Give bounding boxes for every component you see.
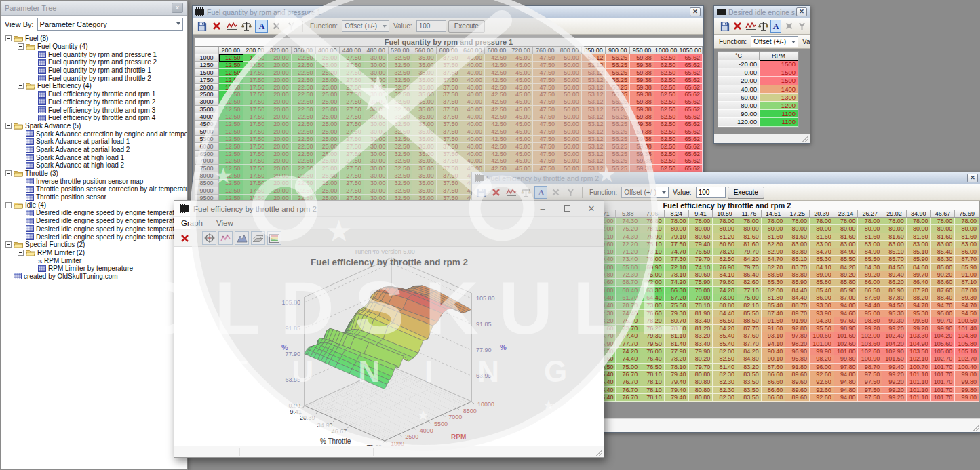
table-cell[interactable]: 27.50 xyxy=(340,180,364,187)
rpm-cell[interactable]: 1500 xyxy=(760,68,798,77)
table-cell[interactable]: 81.60 xyxy=(882,233,907,241)
table-cell[interactable]: 17.50 xyxy=(243,151,268,158)
table-cell[interactable]: 50.00 xyxy=(557,106,582,113)
table-cell[interactable]: 80.00 xyxy=(689,225,713,233)
table-cell[interactable]: 62.50 xyxy=(654,69,679,77)
table-cell[interactable]: 37.50 xyxy=(437,136,461,143)
table-cell[interactable]: 81.60 xyxy=(810,233,834,241)
tree-item[interactable]: Fuel efficiency by throttle and rpm 1 xyxy=(2,90,187,98)
table-cell[interactable]: 100.70 xyxy=(907,364,931,371)
table-cell[interactable]: 22.50 xyxy=(292,69,316,77)
table-cell[interactable]: 83.00 xyxy=(858,241,882,248)
table-cell[interactable]: 35.00 xyxy=(412,77,437,84)
table-cell[interactable]: 79.40 xyxy=(665,371,689,378)
table-cell[interactable]: 83.40 xyxy=(689,317,713,325)
table-cell[interactable]: 101.70 xyxy=(931,394,956,402)
table-cell[interactable]: 17.50 xyxy=(243,77,268,84)
table-cell[interactable]: 35.00 xyxy=(412,62,437,69)
execute-button[interactable]: Execute xyxy=(728,187,764,199)
table-cell[interactable]: 47.50 xyxy=(533,62,557,69)
table-cell[interactable]: 62.50 xyxy=(654,77,679,84)
table-cell[interactable]: 78.00 xyxy=(762,218,786,225)
table-cell[interactable]: 25.00 xyxy=(316,106,340,113)
table-cell[interactable]: 83.50 xyxy=(737,387,762,394)
col-header[interactable]: 560.00 xyxy=(412,47,437,54)
col-header[interactable]: 11.76 xyxy=(737,210,762,218)
table-cell[interactable]: 92.60 xyxy=(810,378,834,386)
table-cell[interactable]: 35.00 xyxy=(412,84,437,92)
table-cell[interactable]: 85.90 xyxy=(785,279,810,286)
table-cell[interactable]: 78.00 xyxy=(858,218,882,225)
table-cell[interactable]: 75.90 xyxy=(689,279,713,286)
table-cell[interactable]: 84.90 xyxy=(834,248,859,256)
table-cell[interactable]: 85.50 xyxy=(834,256,859,263)
table-cell[interactable]: 86.60 xyxy=(762,387,786,394)
table-cell[interactable]: 89.70 xyxy=(785,310,810,317)
table-cell[interactable]: 99.20 xyxy=(882,325,907,332)
table-cell[interactable]: 85.10 xyxy=(882,248,907,256)
table-cell[interactable]: 59.38 xyxy=(630,121,654,128)
col-header[interactable]: 10.59 xyxy=(713,210,737,218)
table-cell[interactable]: 81.40 xyxy=(713,364,737,371)
table-cell[interactable]: 27.50 xyxy=(340,84,364,92)
table-cell[interactable]: 76.00 xyxy=(640,348,665,355)
table-cell[interactable]: 22.50 xyxy=(292,54,316,62)
col-header[interactable]: 320.00 xyxy=(267,47,292,54)
table-cell[interactable]: 25.00 xyxy=(316,151,340,158)
table-cell[interactable]: 32.50 xyxy=(388,157,412,165)
tree-item[interactable]: Fuel quantity by rpm and pressure 2 xyxy=(2,58,187,66)
table-cell[interactable]: 30.00 xyxy=(364,172,389,180)
table-cell[interactable]: 12.50 xyxy=(219,113,243,121)
table-cell[interactable]: 87.20 xyxy=(907,287,931,294)
table-cell[interactable]: 83.20 xyxy=(737,364,762,371)
table-cell[interactable]: 79.90 xyxy=(689,348,713,355)
table-cell[interactable]: 87.40 xyxy=(762,310,786,317)
table-cell[interactable]: 85.40 xyxy=(713,332,737,340)
resize-grip[interactable] xyxy=(595,448,602,456)
table-cell[interactable]: 17.50 xyxy=(243,113,268,121)
table-cell[interactable]: 75.00 xyxy=(640,271,665,279)
table-cell[interactable]: 37.50 xyxy=(437,165,461,172)
table-cell[interactable]: 50.00 xyxy=(557,128,582,136)
table-cell[interactable]: 20.00 xyxy=(267,136,292,143)
table-cell[interactable]: 12.50 xyxy=(219,157,243,165)
table-cell[interactable]: 65.62 xyxy=(678,151,703,158)
table-cell[interactable]: 40.00 xyxy=(460,69,485,77)
table-cell[interactable]: 47.50 xyxy=(533,69,557,77)
table-cell[interactable]: 27.50 xyxy=(340,143,364,151)
table-cell[interactable]: 86.50 xyxy=(858,287,882,294)
table-cell[interactable]: 87.60 xyxy=(762,364,786,371)
table-cell[interactable]: 78.10 xyxy=(640,371,665,378)
table-cell[interactable]: 102.70 xyxy=(955,355,979,363)
table-cell[interactable]: 102.90 xyxy=(882,348,907,355)
table-cell[interactable]: 37.50 xyxy=(437,157,461,165)
tree-item[interactable]: Spark Advance correction by engine and a… xyxy=(2,130,187,138)
table-cell[interactable]: 80.00 xyxy=(665,225,689,233)
table-cell[interactable]: 81.10 xyxy=(665,332,689,340)
expander-icon[interactable] xyxy=(5,241,12,248)
table-cell[interactable]: 30.00 xyxy=(364,91,389,98)
table-cell[interactable]: 86.50 xyxy=(713,317,737,325)
tree-item[interactable]: Fuel efficiency by throttle and rpm 3 xyxy=(2,106,187,114)
table-cell[interactable]: 32.50 xyxy=(388,98,412,106)
table-cell[interactable]: 50.00 xyxy=(557,84,582,92)
table-cell[interactable]: 56.25 xyxy=(606,121,630,128)
table-cell[interactable]: 80.00 xyxy=(907,225,931,233)
table-cell[interactable]: 12.50 xyxy=(219,187,243,195)
table-cell[interactable]: 42.50 xyxy=(485,136,509,143)
table-cell[interactable]: 80.00 xyxy=(762,225,786,233)
table-cell[interactable]: 30.00 xyxy=(364,84,389,92)
table-cell[interactable]: 30.00 xyxy=(364,157,389,165)
temp-cell[interactable]: 60.00 xyxy=(718,94,760,102)
table-cell[interactable]: 56.25 xyxy=(606,128,630,136)
red-x-button[interactable] xyxy=(178,231,192,245)
table-cell[interactable]: 22.50 xyxy=(292,165,316,172)
table-cell[interactable]: 25.00 xyxy=(316,165,340,172)
table-cell[interactable]: 30.00 xyxy=(364,77,389,84)
tree-item[interactable]: Spark Advance at high load 2 xyxy=(2,161,187,170)
table-cell[interactable]: 87.70 xyxy=(737,325,762,332)
table-cell[interactable]: 75.70 xyxy=(616,317,640,325)
table-cell[interactable]: 86.00 xyxy=(810,294,834,302)
table-cell[interactable]: 85.40 xyxy=(713,340,737,348)
table-cell[interactable]: 103.50 xyxy=(907,348,931,355)
